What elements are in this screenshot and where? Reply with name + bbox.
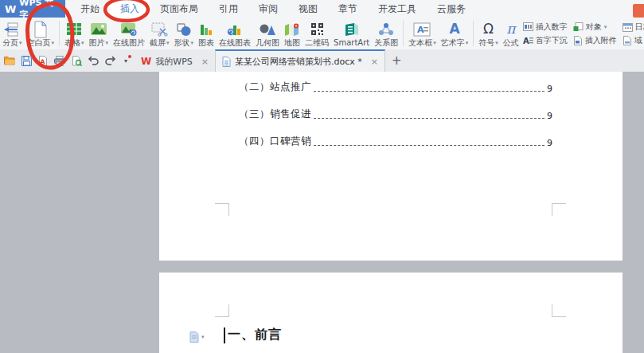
close-icon[interactable]: × [371, 57, 378, 67]
tab-view[interactable]: 视图 [288, 0, 328, 18]
online-chart-button[interactable]: 在线图表 [217, 18, 253, 49]
screenshot-icon [150, 20, 168, 38]
tab-document[interactable]: 某某公司网络营销策划书.docx * × [215, 49, 385, 72]
chevron-down-icon: ▾ [604, 24, 607, 30]
chevron-down-icon: ▾ [106, 38, 109, 48]
chevron-down-icon: ▾ [201, 334, 205, 340]
close-icon[interactable]: × [201, 57, 209, 67]
page-style-icon [189, 331, 199, 343]
tab-references[interactable]: 引用 [209, 0, 248, 18]
insert-number-icon [523, 22, 533, 31]
titlebar-orange-button[interactable] [633, 4, 644, 18]
toc-page-number: 9 [547, 111, 552, 121]
insert-number-button[interactable]: 插入数字 [523, 22, 568, 33]
quick-access-toolbar: A ▾ [0, 49, 135, 72]
open-folder-icon [4, 56, 16, 65]
field-icon [623, 36, 632, 45]
picture-button[interactable]: 图片▾ [87, 18, 111, 49]
picture-icon [90, 20, 107, 38]
insert-attachment-icon [573, 36, 583, 45]
geometry-button[interactable]: 几何图 [253, 18, 282, 49]
tab-page-layout[interactable]: 页面布局 [150, 0, 209, 18]
ribbon-tab-bar: 开始 插入 页面布局 引用 审阅 视图 章节 开发工具 云服务 [70, 0, 476, 18]
toc-page-number: 9 [547, 138, 552, 148]
document-canvas[interactable]: （二）站点推广 9 （三）销售促进 9 （四）口碑营销 9 ▾ 一、前言 [0, 72, 644, 353]
margin-corner-mark [552, 203, 566, 216]
textbox-icon: A [413, 20, 431, 38]
tab-my-wps[interactable]: W 我的WPS × [135, 51, 215, 72]
open-file-button[interactable] [3, 54, 16, 67]
style-options-button[interactable]: ▾ [189, 331, 205, 343]
page-break-button[interactable]: 分页▾ [0, 18, 25, 49]
tab-section[interactable]: 章节 [328, 0, 368, 18]
relation-chart-button[interactable]: 关系图 [372, 18, 400, 49]
online-picture-button[interactable]: 在线图片 [111, 18, 147, 49]
toc-row[interactable]: （二）站点推广 9 [239, 81, 552, 94]
print-button[interactable] [53, 54, 66, 67]
title-menu-bar: W WPS 文字 ▾ 开始 插入 页面布局 引用 审阅 视图 章节 开发工具 云… [0, 0, 644, 18]
tab-dev-tools[interactable]: 开发工具 [368, 0, 427, 18]
qrcode-button[interactable]: 二维码 [302, 18, 331, 49]
object-icon [573, 22, 584, 32]
textbox-button[interactable]: A 文本框▾ [406, 18, 439, 49]
new-tab-button[interactable]: + [385, 49, 408, 72]
toc-row[interactable]: （四）口碑营销 9 [239, 135, 552, 148]
ribbon-small-buttons: 插入数字 对象 ▾ 日期 A 首字下沉 插入附件 域 [521, 18, 644, 49]
export-pdf-button[interactable]: A [37, 54, 49, 67]
smartart-button[interactable]: SmartArt [331, 18, 372, 49]
wordart-icon: A [449, 20, 459, 38]
page-1[interactable]: （二）站点推广 9 （三）销售促进 9 （四）口碑营销 9 [159, 72, 623, 261]
undo-button[interactable] [87, 54, 100, 67]
toc-dot-leader [314, 145, 544, 146]
tab-home[interactable]: 开始 [70, 0, 110, 18]
online-chart-icon [227, 20, 243, 38]
table-button[interactable]: 表格▾ [62, 18, 87, 49]
text-cursor [224, 328, 225, 343]
svg-text:A: A [523, 37, 529, 45]
blank-page-button[interactable]: 空白页▾ [25, 18, 57, 49]
screenshot-button[interactable]: 截屏▾ [147, 18, 172, 49]
map-button[interactable]: 地图 [282, 18, 302, 49]
insert-ribbon: 分页▾ 空白页▾ 表格▾ 图片▾ 在线图片 截屏▾ 形状 [0, 18, 644, 50]
drop-cap-button[interactable]: A 首字下沉 [523, 35, 568, 46]
save-button[interactable] [20, 54, 33, 67]
date-icon [623, 22, 633, 32]
geometry-icon [259, 20, 276, 38]
toc-row[interactable]: （三）销售促进 9 [239, 108, 552, 121]
pi-formula-icon: π [506, 20, 515, 38]
chevron-down-icon: ▾ [19, 38, 22, 48]
wordart-button[interactable]: A 艺术字▾ [439, 18, 471, 49]
insert-attachment-button[interactable]: 插入附件 [573, 35, 617, 46]
export-pdf-icon: A [38, 56, 48, 66]
chart-icon [199, 20, 213, 38]
notification-dot [128, 55, 131, 58]
tab-review[interactable]: 审阅 [248, 0, 288, 18]
print-preview-button[interactable] [70, 54, 83, 67]
redo-button[interactable] [103, 54, 116, 67]
shapes-button[interactable]: 形状▾ [172, 18, 197, 49]
object-button[interactable]: 对象 ▾ [573, 22, 617, 33]
document-heading[interactable]: 一、前言 [224, 327, 282, 343]
chevron-down-icon: ▾ [124, 57, 127, 65]
tab-insert[interactable]: 插入 [110, 0, 150, 18]
page-2[interactable]: ▾ 一、前言 [159, 273, 623, 353]
qrcode-icon [310, 20, 324, 38]
margin-corner-mark [215, 304, 229, 317]
date-button[interactable]: 日期 [623, 22, 644, 33]
blank-page-icon [33, 20, 49, 38]
chevron-down-icon: ▾ [495, 38, 498, 48]
customize-toolbar-button[interactable]: ▾ [120, 57, 131, 65]
formula-button[interactable]: π 公式 [501, 18, 521, 49]
undo-icon [88, 56, 100, 65]
table-icon [66, 20, 82, 38]
document-icon [222, 57, 231, 67]
symbol-button[interactable]: Ω 符号▾ [476, 18, 501, 49]
chart-button[interactable]: 图表 [196, 18, 217, 49]
toc-dot-leader [314, 91, 544, 92]
tab-cloud[interactable]: 云服务 [427, 0, 476, 18]
print-preview-icon [72, 56, 82, 66]
wps-home-logo: W [141, 56, 151, 67]
margin-corner-mark [552, 304, 566, 317]
field-button[interactable]: 域 [623, 35, 644, 46]
wps-app-button[interactable]: W WPS 文字 ▾ [0, 0, 65, 18]
